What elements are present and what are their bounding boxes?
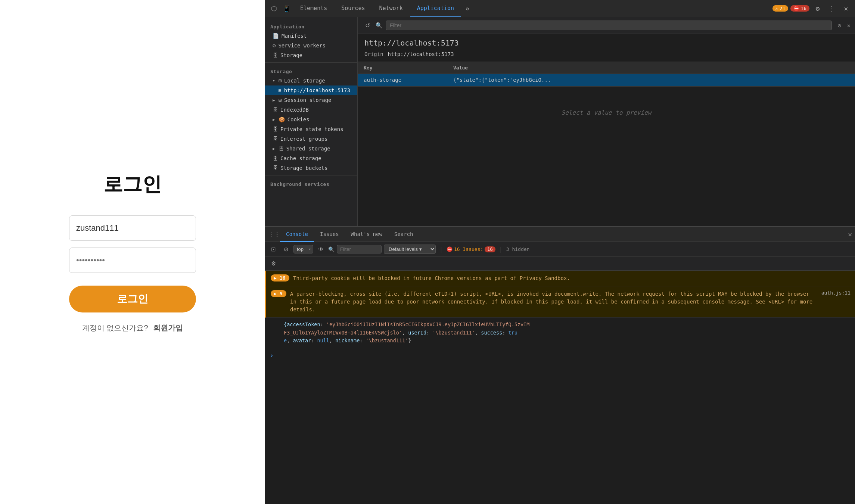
console-panel: ⋮⋮ Console Issues What's new Search ✕ ⊡ … xyxy=(265,226,855,504)
err-badge: ⛔ 16 xyxy=(790,5,809,12)
console-messages: ▶ 16 Third-party cookie will be blocked … xyxy=(265,271,855,504)
clear-filter-icon[interactable]: ⊘ xyxy=(835,21,844,30)
cookies-expand-arrow: ▶ xyxy=(273,117,275,122)
hidden-label: 3 hidden xyxy=(506,246,530,252)
console-tab-whatsnew[interactable]: What's new xyxy=(345,227,388,242)
console-tab-issues[interactable]: Issues xyxy=(314,227,345,242)
sidebar-item-storage[interactable]: 🗄 Storage xyxy=(265,50,357,60)
console-code-block: {accessToken: 'eyJhbGciO0iJIUzI1NiIsInR5… xyxy=(265,318,855,348)
storage-buckets-icon: 🗄 xyxy=(273,165,278,171)
eye-icon-btn[interactable]: 👁 xyxy=(315,244,326,255)
storage-icon: 🗄 xyxy=(273,52,278,58)
username-input[interactable] xyxy=(69,215,196,241)
table-row[interactable]: auth-storage {"state":{"token":"eyJhbGci… xyxy=(358,74,855,86)
sidebar-item-cookies[interactable]: ▶ 🍪 Cookies xyxy=(265,115,357,124)
refresh-button[interactable]: ↺ xyxy=(362,20,373,31)
filter-bar: ↺ 🔍 ⊘ ✕ xyxy=(358,17,855,34)
password-input[interactable] xyxy=(69,248,196,273)
tab-elements[interactable]: Elements xyxy=(293,0,334,17)
console-drag-icon[interactable]: ⋮⋮ xyxy=(268,228,280,240)
url-header: http://localhost:5173 Origin http://loca… xyxy=(358,34,855,62)
console-clear-btn[interactable]: ⊡ xyxy=(268,244,279,255)
private-tokens-icon: 🗄 xyxy=(273,126,278,132)
console-settings-btn[interactable]: ⚙ xyxy=(268,258,279,269)
top-selector[interactable]: top xyxy=(293,245,313,253)
login-footer: 계정이 없으신가요? 회원가입 xyxy=(82,323,183,333)
sidebar: Application 📄 Manifest ⚙ Service workers… xyxy=(265,17,358,226)
close-devtools-icon[interactable]: ✕ xyxy=(840,3,852,15)
storage-url: http://localhost:5173 xyxy=(364,38,848,47)
main-content: ↺ 🔍 ⊘ ✕ http://localhost:5173 Origin htt… xyxy=(358,17,855,226)
warn-icon: ⚠ xyxy=(775,6,778,11)
console-tab-search[interactable]: Search xyxy=(388,227,419,242)
interest-groups-icon: 🗄 xyxy=(273,136,278,142)
filter-icon: 🔍 xyxy=(376,22,383,29)
err-icon: ⛔ xyxy=(793,6,799,11)
console-close-btn[interactable]: ✕ xyxy=(848,230,852,238)
select-preview-text: Select a value to preview xyxy=(365,94,848,131)
sidebar-item-cache-storage[interactable]: 🗄 Cache storage xyxy=(265,153,357,163)
console-filter-input[interactable] xyxy=(337,245,382,253)
signup-link[interactable]: 회원가입 xyxy=(153,324,183,332)
separator-2: | xyxy=(499,246,503,253)
service-workers-icon: ⚙ xyxy=(273,43,276,49)
devtools-status-icons: ⚠ 21 ⛔ 16 ⚙ ⋮ ✕ xyxy=(772,3,852,15)
console-settings-row: ⚙ xyxy=(265,257,855,271)
msg-text-1: Third-party cookie will be blocked in fu… xyxy=(293,274,851,282)
devtools-select-icon[interactable]: ⬡ xyxy=(268,3,280,15)
tab-network[interactable]: Network xyxy=(372,0,409,17)
sidebar-item-localhost[interactable]: ⊞ http://localhost:5173 xyxy=(265,85,357,95)
sidebar-item-private-tokens[interactable]: 🗄 Private state tokens xyxy=(265,124,357,134)
msg-badge-5: ▶ 5 xyxy=(271,290,286,297)
shared-storage-arrow: ▶ xyxy=(273,146,275,151)
session-storage-icon: ⊞ xyxy=(279,97,282,103)
settings-icon[interactable]: ⚙ xyxy=(812,3,824,15)
default-levels-select[interactable]: Default levels ▾ xyxy=(384,245,436,254)
sidebar-item-service-workers[interactable]: ⚙ Service workers xyxy=(265,41,357,50)
cell-value: {"state":{"token":"eyJhbGciO... xyxy=(447,74,855,86)
storage-table: Key Value auth-storage {"state":{"token"… xyxy=(358,62,855,86)
sidebar-item-shared-storage[interactable]: ▶ 🗄 Shared storage xyxy=(265,144,357,153)
sidebar-storage-label: Storage xyxy=(265,65,357,76)
cache-storage-icon: 🗄 xyxy=(273,155,278,161)
login-page: 로그인 로그인 계정이 없으신가요? 회원가입 xyxy=(0,0,265,504)
console-message-1: ▶ 16 Third-party cookie will be blocked … xyxy=(265,271,855,286)
devtools-panel: ⬡ 📱 Elements Sources Network Application… xyxy=(265,0,855,504)
sidebar-item-session-storage[interactable]: ▶ ⊞ Session storage xyxy=(265,95,357,105)
origin-row: Origin http://localhost:5173 xyxy=(364,51,848,57)
more-tabs-icon[interactable]: » xyxy=(461,3,473,15)
close-filter-icon[interactable]: ✕ xyxy=(847,22,851,29)
session-expand-arrow: ▶ xyxy=(273,98,275,103)
console-toolbar: ⊡ ⊘ top 👁 🔍 Default levels ▾ | ⛔ 16 Issu… xyxy=(265,242,855,257)
sidebar-item-indexeddb[interactable]: 🗄 IndexedDB xyxy=(265,105,357,115)
issues-count: ⛔ 16 Issues: 16 xyxy=(447,246,495,252)
local-storage-icon: ⊞ xyxy=(279,78,282,84)
sidebar-item-manifest[interactable]: 📄 Manifest xyxy=(265,31,357,41)
origin-label: Origin xyxy=(364,51,383,57)
console-tabs: ⋮⋮ Console Issues What's new Search ✕ xyxy=(265,227,855,242)
tab-application[interactable]: Application xyxy=(410,0,461,17)
value-preview: Select a value to preview xyxy=(358,86,855,226)
console-prompt: › xyxy=(265,348,855,362)
sidebar-item-storage-buckets[interactable]: 🗄 Storage buckets xyxy=(265,163,357,173)
localhost-table-icon: ⊞ xyxy=(279,88,282,93)
devtools-device-icon[interactable]: 📱 xyxy=(281,3,293,15)
origin-value: http://localhost:5173 xyxy=(388,51,454,57)
filter-funnel-icon: 🔍 xyxy=(328,246,335,252)
console-block-btn[interactable]: ⊘ xyxy=(281,244,291,255)
cookies-icon: 🍪 xyxy=(279,116,285,122)
cell-key: auth-storage xyxy=(358,74,447,86)
filter-input[interactable] xyxy=(386,21,832,30)
msg-link-2[interactable]: auth.js:11 xyxy=(821,290,851,296)
console-tab-console[interactable]: Console xyxy=(280,227,314,242)
shared-storage-icon: 🗄 xyxy=(279,146,284,152)
tab-sources[interactable]: Sources xyxy=(335,0,371,17)
prompt-arrow: › xyxy=(270,351,274,359)
more-options-icon[interactable]: ⋮ xyxy=(826,3,838,15)
login-title: 로그인 xyxy=(103,171,162,197)
sidebar-item-local-storage[interactable]: ▾ ⊞ Local storage xyxy=(265,76,357,85)
top-selector-wrap: top xyxy=(293,245,313,253)
sidebar-item-interest-groups[interactable]: 🗄 Interest groups xyxy=(265,134,357,144)
warn-badge: ⚠ 21 xyxy=(772,5,788,12)
login-button[interactable]: 로그인 xyxy=(69,286,196,312)
